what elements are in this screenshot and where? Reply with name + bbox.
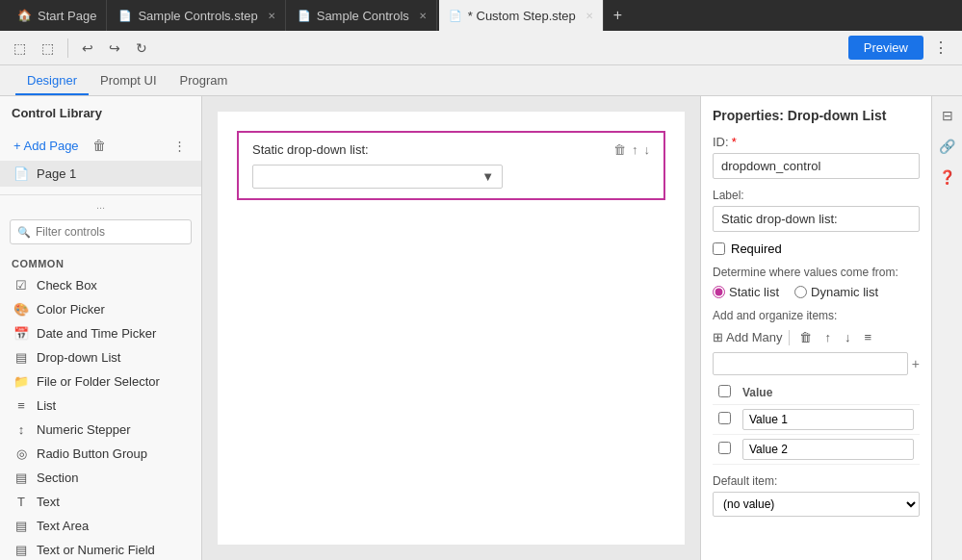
- numeric-label: Numeric Stepper: [37, 422, 131, 437]
- label-field-group: Label:: [713, 189, 920, 232]
- add-item-button[interactable]: +: [912, 356, 920, 371]
- dropdown-arrow-icon: ▼: [481, 169, 494, 184]
- control-item-radio[interactable]: ◎ Radio Button Group: [0, 442, 201, 466]
- sample-step-label: Sample Controls.step: [138, 9, 257, 23]
- move-item-down-button[interactable]: ↓: [841, 328, 855, 346]
- preview-button[interactable]: Preview: [848, 36, 923, 60]
- numeric-icon: ↕: [13, 422, 29, 437]
- main-area: Control Library + Add Page 🗑 ⋮ 📄 Page 1 …: [0, 96, 962, 560]
- title-bar: 🏠 Start Page 📄 Sample Controls.step ✕ 📄 …: [0, 0, 962, 31]
- dropdown-preview[interactable]: ▼: [252, 165, 503, 189]
- dynamic-list-option[interactable]: Dynamic list: [794, 285, 878, 299]
- move-up-button[interactable]: ↑: [632, 142, 638, 157]
- toolbar-icon-2[interactable]: ⬚: [36, 37, 60, 60]
- label-field-label: Label:: [713, 189, 920, 202]
- tab-prompt-ui[interactable]: Prompt UI: [89, 67, 169, 95]
- list-view-button[interactable]: ≡: [861, 328, 876, 346]
- item-1-input[interactable]: [742, 409, 914, 430]
- custom-step-icon: 📄: [449, 10, 462, 22]
- add-many-icon: ⊞: [713, 330, 723, 344]
- id-field-input[interactable]: [713, 153, 920, 179]
- item-1-checkbox[interactable]: [718, 412, 731, 424]
- required-checkbox-row: Required: [713, 242, 920, 256]
- control-item-text-numeric[interactable]: ▤ Text or Numeric Field: [0, 538, 201, 560]
- toolbar: ⬚ ⬚ ↩ ↪ ↻ Preview ⋮: [0, 31, 962, 65]
- section-label-item: Section: [37, 471, 78, 485]
- select-all-checkbox[interactable]: [718, 385, 731, 397]
- determine-label: Determine where values come from:: [713, 266, 920, 279]
- far-right-panel: ⊟ 🔗 ❓: [931, 96, 962, 560]
- static-list-radio[interactable]: [713, 286, 725, 298]
- add-page-button[interactable]: + Add Page: [8, 135, 85, 157]
- dropdown-control-block[interactable]: Static drop-down list: 🗑 ↑ ↓ ▼: [237, 131, 665, 200]
- control-item-checkbox[interactable]: ☑ Check Box: [0, 273, 201, 297]
- control-block-actions: 🗑 ↑ ↓: [613, 142, 650, 157]
- default-item-select[interactable]: (no value) Value 1 Value 2: [713, 492, 920, 517]
- sample-step-icon: 📄: [118, 10, 132, 22]
- tab-designer[interactable]: Designer: [15, 67, 89, 95]
- move-item-up-button[interactable]: ↑: [821, 328, 836, 346]
- items-toolbar-sep: [789, 330, 790, 345]
- toolbar-more-button[interactable]: ⋮: [927, 35, 954, 61]
- control-item-dropdown[interactable]: ▤ Drop-down List: [0, 345, 201, 369]
- sample-ctrl-close[interactable]: ✕: [419, 11, 427, 21]
- tab-custom-step[interactable]: 📄 * Custom Step.step ✕: [439, 0, 604, 31]
- custom-step-close[interactable]: ✕: [585, 11, 593, 21]
- add-many-button[interactable]: ⊞ Add Many: [713, 330, 783, 344]
- far-right-icon-2[interactable]: 🔗: [936, 135, 959, 158]
- redo-button[interactable]: ↪: [103, 37, 126, 60]
- tab-program[interactable]: Program: [169, 67, 240, 95]
- control-item-file-folder[interactable]: 📁 File or Folder Selector: [0, 369, 201, 394]
- control-item-text[interactable]: T Text: [0, 490, 201, 514]
- radio-icon: ◎: [13, 446, 29, 461]
- sample-ctrl-label: Sample Controls: [317, 9, 409, 23]
- tab-sample-controls-step[interactable]: 📄 Sample Controls.step ✕: [109, 0, 285, 31]
- item-2-checkbox[interactable]: [718, 442, 731, 454]
- text-numeric-icon: ▤: [13, 543, 29, 557]
- control-item-numeric[interactable]: ↕ Numeric Stepper: [0, 418, 201, 442]
- section-icon: ▤: [13, 471, 29, 485]
- control-block-header: Static drop-down list: 🗑 ↑ ↓: [252, 142, 650, 157]
- control-list: ☑ Check Box 🎨 Color Picker 📅 Date and Ti…: [0, 273, 201, 560]
- required-checkbox[interactable]: [713, 242, 725, 255]
- custom-step-label: * Custom Step.step: [468, 9, 576, 23]
- undo-button[interactable]: ↩: [76, 37, 99, 60]
- sample-step-close[interactable]: ✕: [268, 11, 275, 21]
- control-item-section[interactable]: ▤ Section: [0, 466, 201, 490]
- tab-start[interactable]: 🏠 Start Page: [8, 0, 107, 31]
- control-item-datetime[interactable]: 📅 Date and Time Picker: [0, 321, 201, 345]
- page-more-button[interactable]: ⋮: [166, 135, 194, 157]
- id-required-star: *: [732, 135, 737, 149]
- tab-sample-controls[interactable]: 📄 Sample Controls ✕: [288, 0, 437, 31]
- control-item-color-picker[interactable]: 🎨 Color Picker: [0, 297, 201, 321]
- new-item-input[interactable]: [713, 352, 908, 375]
- add-tab-button[interactable]: +: [606, 7, 630, 24]
- delete-item-button[interactable]: 🗑: [795, 328, 816, 346]
- sidebar: Control Library + Add Page 🗑 ⋮ 📄 Page 1 …: [0, 96, 202, 560]
- control-item-textarea[interactable]: ▤ Text Area: [0, 514, 201, 538]
- page-1-item[interactable]: 📄 Page 1: [0, 161, 201, 187]
- filter-input[interactable]: [10, 219, 192, 244]
- toolbar-icon-1[interactable]: ⬚: [8, 37, 32, 60]
- far-right-icon-1[interactable]: ⊟: [936, 104, 959, 127]
- filter-box: 🔍: [10, 219, 192, 244]
- far-right-icon-3[interactable]: ❓: [936, 165, 959, 189]
- control-item-list[interactable]: ≡ List: [0, 394, 201, 418]
- sidebar-divider: ...: [0, 194, 201, 214]
- color-picker-label: Color Picker: [37, 302, 105, 317]
- move-down-button[interactable]: ↓: [644, 142, 651, 157]
- refresh-button[interactable]: ↻: [130, 37, 153, 60]
- delete-control-button[interactable]: 🗑: [613, 142, 626, 157]
- list-label: List: [37, 398, 56, 413]
- text-numeric-label: Text or Numeric Field: [37, 543, 155, 557]
- id-field-label: ID: *: [713, 135, 920, 149]
- radio-label: Radio Button Group: [37, 446, 147, 461]
- static-list-option[interactable]: Static list: [713, 285, 779, 299]
- text-icon: T: [13, 495, 29, 509]
- dynamic-list-radio[interactable]: [794, 286, 807, 298]
- item-2-input[interactable]: [742, 439, 914, 460]
- delete-page-button[interactable]: 🗑: [89, 134, 110, 157]
- canvas[interactable]: Static drop-down list: 🗑 ↑ ↓ ▼: [202, 96, 700, 560]
- list-type-radio-group: Static list Dynamic list: [713, 285, 920, 299]
- label-field-input[interactable]: [713, 206, 920, 232]
